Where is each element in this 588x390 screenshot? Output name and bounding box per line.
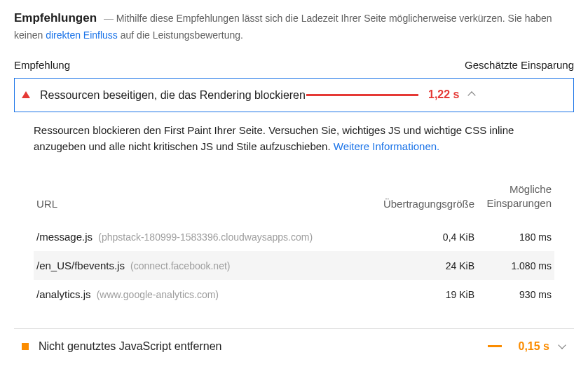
cell-save: 930 ms [474, 289, 552, 300]
cell-save: 180 ms [474, 231, 552, 243]
col-header-url: URL [36, 198, 355, 210]
cell-url: /en_US/fbevents.js (connect.facebook.net… [36, 260, 355, 271]
audit-description: Ressourcen blockieren den First Paint Ih… [34, 122, 554, 155]
average-square-icon [22, 343, 29, 350]
col-header-recommendation: Empfehlung [14, 59, 70, 71]
col-header-savings: Geschätzte Einsparung [465, 59, 574, 71]
col-header-size: Übertragungsgröße [355, 198, 474, 210]
cell-save: 1.080 ms [474, 260, 552, 271]
learn-more-link[interactable]: Weitere Informationen. [334, 140, 439, 152]
table-row: /analytics.js (www.google-analytics.com)… [34, 280, 554, 309]
audit-body: Ressourcen blockieren den First Paint Ih… [14, 112, 574, 322]
table-row: /message.js (phpstack-180999-1583396.clo… [34, 222, 554, 251]
chevron-up-icon [467, 90, 476, 99]
column-header-row: Empfehlung Geschätzte Einsparung [14, 59, 574, 71]
resource-table: URL Übertragungsgröße Mögliche Einsparun… [34, 174, 554, 309]
col-header-savings: Mögliche Einsparungen [474, 182, 552, 210]
dash: — [104, 13, 114, 24]
impact-bar-wrap [306, 94, 418, 96]
cell-url: /message.js (phpstack-180999-1583396.clo… [36, 231, 355, 243]
audit-savings-value: 1,22 s [428, 88, 459, 101]
direct-influence-link[interactable]: direkten Einfluss [46, 29, 118, 41]
cell-size: 0,4 KiB [355, 231, 474, 243]
audit-render-blocking: Ressourcen beseitigen, die das Rendering… [14, 78, 574, 112]
fail-triangle-icon [22, 91, 30, 98]
cell-size: 19 KiB [355, 289, 474, 300]
chevron-down-icon [558, 342, 566, 351]
audit-header-row[interactable]: Ressourcen beseitigen, die das Rendering… [15, 79, 573, 112]
cell-url: /analytics.js (www.google-analytics.com) [36, 288, 355, 300]
impact-bar [306, 94, 418, 96]
audit-unused-js: Nicht genutztes JavaScript entfernen 0,1… [14, 329, 574, 363]
table-header-row: URL Übertragungsgröße Mögliche Einsparun… [34, 174, 554, 222]
impact-bar-wrap [488, 345, 509, 347]
audit-title: Ressourcen beseitigen, die das Rendering… [40, 87, 306, 103]
audit-savings-value: 0,15 s [519, 340, 549, 353]
audit-header-row[interactable]: Nicht genutztes JavaScript entfernen 0,1… [15, 330, 573, 363]
intro-text: Empfehlungen — Mithilfe diese Empfehlung… [14, 8, 574, 43]
table-row: /en_US/fbevents.js (connect.facebook.net… [34, 251, 554, 280]
audit-title: Nicht genutztes JavaScript entfernen [39, 338, 488, 354]
cell-size: 24 KiB [355, 260, 474, 271]
impact-bar [488, 345, 502, 347]
intro-body-2: auf die Leistungsbewertung. [118, 29, 243, 41]
section-title: Empfehlungen [14, 11, 97, 25]
